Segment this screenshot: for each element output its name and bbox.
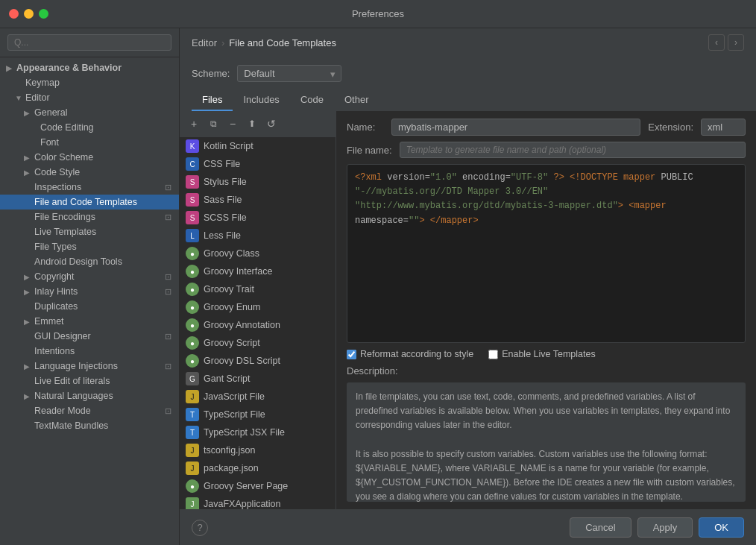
sidebar-item-general[interactable]: ▶ General <box>0 105 179 120</box>
file-item-typescript-file[interactable]: T TypeScript File <box>180 406 336 423</box>
sidebar-item-gui-designer[interactable]: GUI Designer ⊡ <box>0 329 179 344</box>
add-template-button[interactable]: + <box>186 116 202 132</box>
extension-label: Extension: <box>648 122 693 133</box>
search-input[interactable] <box>7 34 171 51</box>
reset-template-button[interactable]: ↺ <box>263 116 280 132</box>
tree-arrow: ▶ <box>24 362 31 371</box>
sidebar-item-label: Emmet <box>34 316 64 327</box>
file-item-css-file[interactable]: C CSS File <box>180 155 336 173</box>
groovy-interface-icon: ● <box>186 265 199 278</box>
sidebar-item-editor[interactable]: ▼ Editor <box>0 90 179 105</box>
sidebar-item-emmet[interactable]: ▶ Emmet <box>0 314 179 329</box>
content-area: + ⧉ − ⬆ ↺ K Kotlin Script C CSS File <box>180 111 756 509</box>
file-item-label: Groovy Server Page <box>204 481 288 491</box>
tsconfig-icon: J <box>186 444 199 457</box>
file-item-tsconfig[interactable]: J tsconfig.json <box>180 441 336 459</box>
file-item-package-json[interactable]: J package.json <box>180 459 336 477</box>
move-template-button[interactable]: ⬆ <box>244 116 260 132</box>
sidebar-item-android-design[interactable]: Android Design Tools <box>0 254 179 269</box>
minimize-button[interactable] <box>24 9 34 19</box>
file-item-groovy-dsl-script[interactable]: ● Groovy DSL Script <box>180 352 336 370</box>
sidebar-item-file-templates[interactable]: File and Code Templates <box>0 195 179 210</box>
live-templates-checkbox-label[interactable]: Enable Live Templates <box>488 349 596 359</box>
sidebar-item-label: Copyright <box>34 271 75 282</box>
file-item-groovy-class[interactable]: ● Groovy Class <box>180 245 336 262</box>
sidebar-item-inspections[interactable]: Inspections ⊡ <box>0 180 179 195</box>
file-item-scss-file[interactable]: S SCSS File <box>180 209 336 227</box>
file-item-sass-file[interactable]: S Sass File <box>180 191 336 209</box>
sidebar-item-intentions[interactable]: Intentions <box>0 344 179 359</box>
file-item-kotlin-script[interactable]: K Kotlin Script <box>180 137 336 155</box>
file-item-less-file[interactable]: L Less File <box>180 227 336 245</box>
sidebar-item-file-types[interactable]: File Types <box>0 239 179 254</box>
sidebar-item-natural-langs[interactable]: ▶ Natural Languages <box>0 388 179 403</box>
file-item-javascript-file[interactable]: J JavaScript File <box>180 388 336 406</box>
maximize-button[interactable] <box>39 9 48 19</box>
sidebar-item-code-editing[interactable]: Code Editing <box>0 120 179 135</box>
sidebar-item-color-scheme[interactable]: ▶ Color Scheme <box>0 150 179 165</box>
file-item-stylus-file[interactable]: S Stylus File <box>180 173 336 191</box>
sidebar-item-label: Inlay Hints <box>34 286 78 297</box>
tab-code[interactable]: Code <box>290 89 334 111</box>
name-input[interactable] <box>391 119 640 136</box>
footer-right: Cancel Apply OK <box>570 517 744 538</box>
tab-files[interactable]: Files <box>192 89 233 111</box>
forward-button[interactable]: › <box>728 34 744 51</box>
file-item-label: Groovy Trait <box>204 284 254 294</box>
scheme-select-wrap: Default Project <box>237 65 341 82</box>
checkboxes-row: Reformat according to style Enable Live … <box>347 349 746 359</box>
tree-arrow: ▶ <box>24 392 31 400</box>
sidebar-item-textmate[interactable]: TextMate Bundles <box>0 418 179 433</box>
css-icon: C <box>186 157 199 171</box>
sidebar-item-duplicates[interactable]: Duplicates <box>0 299 179 314</box>
ok-button[interactable]: OK <box>699 517 744 538</box>
sidebar-item-reader-mode[interactable]: Reader Mode ⊡ <box>0 403 179 418</box>
window-controls[interactable] <box>9 9 48 19</box>
file-item-groovy-interface[interactable]: ● Groovy Interface <box>180 262 336 280</box>
sidebar-item-label: Natural Languages <box>34 391 113 401</box>
code-editor[interactable]: <?xml version="1.0" encoding="UTF-8" ?> … <box>347 164 746 343</box>
tab-other[interactable]: Other <box>334 89 379 111</box>
file-item-label: Groovy Class <box>204 248 259 259</box>
sidebar-item-appearance[interactable]: ▶ Appearance & Behavior <box>0 60 179 75</box>
file-item-groovy-script[interactable]: ● Groovy Script <box>180 334 336 352</box>
tree-arrow: ▶ <box>24 154 31 162</box>
kotlin-icon: K <box>186 139 199 153</box>
apply-button[interactable]: Apply <box>637 517 693 538</box>
file-item-label: Groovy DSL Script <box>204 356 280 366</box>
search-box[interactable] <box>0 28 179 57</box>
copy-template-button[interactable]: ⧉ <box>205 116 221 132</box>
sidebar-item-keymap[interactable]: Keymap <box>0 75 179 90</box>
sidebar-item-lang-injections[interactable]: ▶ Language Injections ⊡ <box>0 359 179 374</box>
file-item-groovy-server[interactable]: ● Groovy Server Page <box>180 477 336 495</box>
sidebar-item-copyright[interactable]: ▶ Copyright ⊡ <box>0 269 179 284</box>
filename-input[interactable] <box>400 142 746 158</box>
reformat-checkbox[interactable] <box>347 350 356 359</box>
name-label: Name: <box>347 122 384 133</box>
sidebar-item-code-style[interactable]: ▶ Code Style <box>0 165 179 180</box>
sidebar-item-font[interactable]: Font <box>0 135 179 150</box>
file-item-groovy-annotation[interactable]: ● Groovy Annotation <box>180 316 336 334</box>
panel-header: Editor › File and Code Templates ‹ › <box>180 28 756 57</box>
live-templates-checkbox[interactable] <box>488 350 498 359</box>
help-button[interactable]: ? <box>192 520 208 536</box>
file-item-gant-script[interactable]: G Gant Script <box>180 370 336 388</box>
tree-arrow: ▶ <box>6 64 13 72</box>
tab-includes[interactable]: Includes <box>233 89 289 111</box>
file-item-javafx[interactable]: J JavaFXApplication <box>180 495 336 509</box>
close-button[interactable] <box>9 9 19 19</box>
remove-template-button[interactable]: − <box>224 116 241 132</box>
cancel-button[interactable]: Cancel <box>570 517 631 538</box>
sidebar-item-live-templates[interactable]: Live Templates <box>0 224 179 239</box>
sidebar-item-live-edit[interactable]: Live Edit of literals <box>0 374 179 388</box>
sidebar-item-inlay-hints[interactable]: ▶ Inlay Hints ⊡ <box>0 284 179 299</box>
file-item-groovy-trait[interactable]: ● Groovy Trait <box>180 280 336 298</box>
scheme-select[interactable]: Default Project <box>237 65 341 82</box>
reformat-checkbox-label[interactable]: Reformat according to style <box>347 349 473 359</box>
file-item-tsx-file[interactable]: T TypeScript JSX File <box>180 423 336 441</box>
sidebar-item-label: Appearance & Behavior <box>16 63 122 73</box>
back-button[interactable]: ‹ <box>708 34 725 51</box>
file-item-groovy-enum[interactable]: ● Groovy Enum <box>180 298 336 316</box>
extension-input[interactable] <box>701 119 746 136</box>
sidebar-item-file-encodings[interactable]: File Encodings ⊡ <box>0 210 179 224</box>
